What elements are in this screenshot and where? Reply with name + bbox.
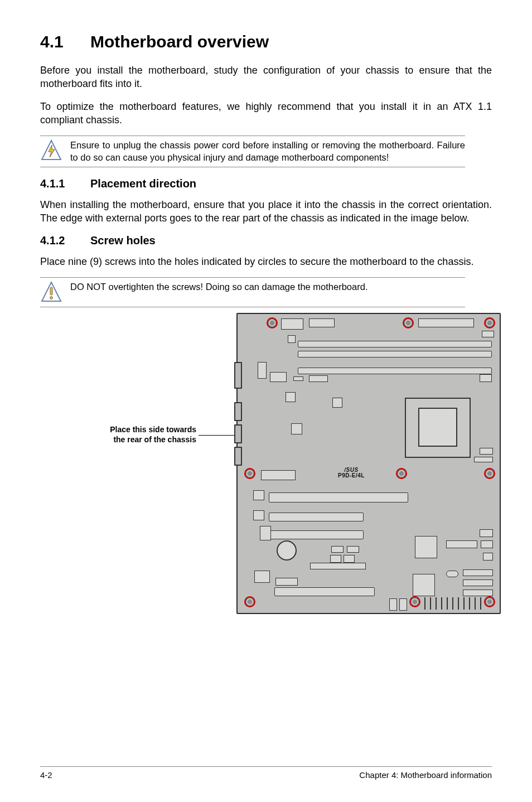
rear-side-label: Place this side towards the rear of the …: [85, 424, 196, 445]
screw-hole: [244, 596, 255, 607]
board-model: P9D-E/4L: [338, 473, 365, 479]
intro-paragraph-1: Before you install the motherboard, stud…: [40, 64, 492, 91]
screw-hole: [484, 468, 495, 479]
chip: [309, 375, 328, 382]
chip: [253, 510, 264, 520]
battery: [277, 540, 297, 561]
pcie-slot: [269, 513, 364, 521]
pcie-slot: [269, 530, 364, 539]
pin-header: [463, 579, 493, 586]
connector: [344, 555, 355, 563]
screw-hole: [403, 317, 414, 328]
motherboard-diagram: Place this side towards the rear of the …: [40, 313, 492, 625]
connector: [483, 553, 493, 561]
cpu-socket: [405, 398, 471, 458]
connector: [275, 578, 298, 586]
sata-ports: [422, 594, 494, 611]
subsection-title-1: Placement direction: [90, 177, 196, 190]
motherboard-outline: /SUS P9D-E/4L: [236, 313, 501, 614]
connector: [399, 598, 407, 611]
connector: [331, 546, 344, 553]
rear-side-label-line1: Place this side towards: [110, 425, 196, 434]
danger-note-text: Ensure to unplug the chassis power cord …: [70, 139, 465, 163]
svg-point-4: [50, 297, 53, 299]
section-number: 4.1: [40, 32, 90, 51]
chip: [480, 374, 492, 382]
section-heading: 4.1Motherboard overview: [40, 32, 492, 51]
connector: [281, 318, 303, 330]
rear-port: [234, 424, 242, 443]
screw-hole: [409, 596, 420, 607]
caution-note-text: DO NOT overtighten the screws! Doing so …: [70, 281, 465, 293]
danger-note: Ensure to unplug the chassis power cord …: [40, 136, 465, 167]
slot: [298, 368, 492, 374]
rear-port: [234, 362, 242, 389]
chapter-label: Chapter 4: Motherboard information: [359, 770, 492, 780]
svg-rect-3: [50, 287, 52, 295]
chip: [261, 470, 296, 480]
connector: [446, 571, 458, 577]
placement-paragraph: When installing the motherboard, ensure …: [40, 198, 492, 225]
connector: [389, 598, 397, 611]
rear-port: [234, 402, 242, 421]
subsection-heading-screws: 4.1.2Screw holes: [40, 234, 492, 247]
caution-note: DO NOT overtighten the screws! Doing so …: [40, 277, 465, 307]
leader-line: [199, 435, 236, 436]
slot: [274, 587, 375, 596]
rear-side-label-line2: the rear of the chassis: [113, 435, 196, 444]
rear-port: [234, 447, 242, 466]
connector: [480, 448, 493, 455]
pin-header: [310, 563, 366, 569]
chip: [288, 335, 296, 343]
board-brand-label: /SUS P9D-E/4L: [338, 467, 365, 479]
connector: [482, 331, 494, 337]
chip: [253, 490, 264, 500]
screw-hole: [267, 317, 278, 328]
subsection-number-1: 4.1.1: [40, 177, 90, 190]
section-title-text: Motherboard overview: [90, 32, 269, 51]
chip: [413, 574, 435, 596]
page-number: 4-2: [40, 770, 52, 780]
connector: [330, 555, 341, 563]
chip: [332, 398, 342, 408]
slot: [298, 351, 492, 357]
subsection-title-2: Screw holes: [90, 234, 156, 247]
chip: [293, 376, 303, 381]
connector: [481, 540, 493, 548]
screws-paragraph: Place nine (9) screws into the holes ind…: [40, 255, 492, 268]
chip: [258, 362, 267, 379]
connector: [446, 540, 477, 548]
chip: [270, 372, 287, 382]
connector: [474, 457, 493, 462]
svg-marker-1: [49, 145, 55, 157]
pin-header: [260, 526, 271, 540]
page-footer: 4-2 Chapter 4: Motherboard information: [40, 766, 492, 780]
subsection-heading-placement: 4.1.1Placement direction: [40, 177, 492, 190]
screw-hole: [396, 468, 407, 479]
intro-paragraph-2: To optimize the motherboard features, we…: [40, 100, 492, 127]
slot: [298, 341, 492, 347]
caution-icon: [40, 281, 62, 303]
chip: [415, 536, 437, 558]
connector: [480, 529, 493, 537]
pcie-slot: [269, 492, 408, 503]
screw-hole: [244, 468, 255, 479]
chip: [254, 571, 270, 583]
connector: [347, 546, 359, 553]
cpu-socket-inner: [418, 408, 457, 447]
screw-hole: [484, 317, 495, 328]
screw-hole: [484, 596, 495, 607]
connector: [309, 318, 335, 327]
lightning-icon: [40, 139, 62, 162]
chip: [291, 423, 302, 434]
subsection-number-2: 4.1.2: [40, 234, 90, 247]
chip: [286, 392, 296, 402]
connector: [418, 318, 474, 327]
pin-header: [463, 569, 493, 576]
